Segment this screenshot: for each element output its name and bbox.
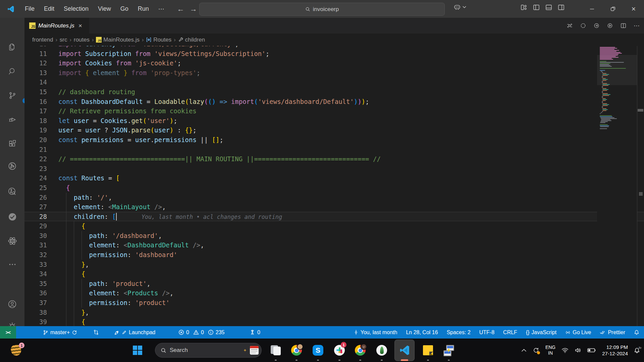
code-line-15[interactable]: 15// dashboard routing xyxy=(24,87,644,97)
language-mode-button[interactable]: {}JavaScript xyxy=(526,329,556,336)
menu-file[interactable]: File xyxy=(21,4,39,14)
notifications-bell-button[interactable] xyxy=(634,329,639,335)
tray-chevron-up-icon[interactable] xyxy=(521,349,527,352)
code-line-26[interactable]: 26 path: '/', xyxy=(24,193,644,202)
gitlens-branch-button[interactable] xyxy=(93,326,99,339)
tray-wifi-icon[interactable] xyxy=(561,348,569,353)
problems-button[interactable]: 0 0 235 xyxy=(178,326,225,339)
cursor-position-button[interactable]: Ln 28, Col 16 xyxy=(406,329,438,336)
taskbar-window-stack-app[interactable] xyxy=(267,339,284,362)
remote-indicator-button[interactable]: >< xyxy=(0,326,16,339)
additional-views-icon[interactable] xyxy=(0,256,24,273)
code-line-33[interactable]: 33 }, xyxy=(24,260,644,269)
tab-close-icon[interactable]: × xyxy=(78,22,82,29)
tab-mainroutes[interactable]: JS MainRoutes.js × xyxy=(24,18,90,34)
nav-forward-icon[interactable]: → xyxy=(190,5,197,13)
code-line-10[interactable]: 10import Currency from 'views/Settings/C… xyxy=(24,46,644,49)
taskbar-chrome-profile2-icon[interactable]: V xyxy=(352,339,369,362)
run-code-icon[interactable] xyxy=(607,22,613,29)
code-line-21[interactable]: 21 xyxy=(24,145,644,155)
ports-button[interactable]: 0 xyxy=(250,326,260,339)
copilot-button[interactable] xyxy=(453,4,466,10)
go-live-button[interactable]: Go Live xyxy=(565,329,591,336)
restore-button[interactable] xyxy=(602,0,623,18)
taskbar-vscode-active[interactable] xyxy=(394,339,415,362)
more-actions-icon[interactable]: ⋯ xyxy=(634,22,640,29)
code-line-32[interactable]: 32 permission: 'dashboard' xyxy=(24,250,644,260)
extensions-icon[interactable] xyxy=(0,136,24,152)
gitlens-inspect-icon[interactable] xyxy=(0,183,24,199)
code-line-18[interactable]: 18let user = Cookies.get('user'); xyxy=(24,116,644,126)
toggle-secondary-sidebar-icon[interactable] xyxy=(558,4,565,11)
customize-layout-icon[interactable] xyxy=(521,4,527,11)
minimize-button[interactable] xyxy=(582,0,602,18)
code-line-39[interactable]: 39 { xyxy=(24,317,644,326)
breadcrumb-symbol-children[interactable]: children xyxy=(178,37,205,43)
blame-status-button[interactable]: You, last month xyxy=(354,329,397,336)
code-line-31[interactable]: 31 element: <DashboardDefault />, xyxy=(24,240,644,250)
menu-view[interactable]: View xyxy=(94,4,115,14)
code-line-16[interactable]: 16const DashboardDefault = Loadable(lazy… xyxy=(24,97,644,107)
breadcrumb-routes-folder[interactable]: routes xyxy=(74,37,90,43)
code-line-36[interactable]: 36 element: <Products />, xyxy=(24,288,644,298)
toggle-blame-icon[interactable] xyxy=(580,22,586,29)
breadcrumb-symbol-routes[interactable]: Routes xyxy=(146,37,171,43)
minimap[interactable] xyxy=(597,46,637,326)
code-line-22[interactable]: 22// ==============================|| MA… xyxy=(24,154,644,164)
launchpad-button[interactable]: Launchpad xyxy=(114,326,155,339)
taskbar-chrome-icon[interactable] xyxy=(288,339,305,362)
toggle-sidebar-icon[interactable] xyxy=(533,4,540,11)
code-line-27[interactable]: 27 element: <MainLayout />, xyxy=(24,202,644,212)
command-center[interactable]: invoiceerp xyxy=(199,3,445,16)
gitlens-icon[interactable] xyxy=(0,158,24,174)
code-editor[interactable]: 10import Currency from 'views/Settings/C… xyxy=(24,46,644,326)
tray-sync-icon[interactable] xyxy=(533,347,539,354)
close-button[interactable]: × xyxy=(623,0,644,18)
code-line-14[interactable]: 14 xyxy=(24,77,644,87)
code-line-13[interactable]: 13import { element } from 'prop-types'; xyxy=(24,68,644,78)
toggle-panel-icon[interactable] xyxy=(545,4,552,11)
nav-back-icon[interactable]: ← xyxy=(177,5,184,13)
code-line-38[interactable]: 38 }, xyxy=(24,308,644,317)
code-line-35[interactable]: 35 path: 'product', xyxy=(24,279,644,289)
menu-selection[interactable]: Selection xyxy=(60,4,93,14)
encoding-button[interactable]: UTF-8 xyxy=(479,329,494,336)
tray-battery-icon[interactable] xyxy=(587,348,596,353)
code-line-30[interactable]: 30 path: '/dashboard', xyxy=(24,231,644,241)
code-line-19[interactable]: 19user = user ? JSON.parse(user) : {}; xyxy=(24,125,644,135)
open-changes-icon[interactable] xyxy=(593,22,600,29)
taskbar-slack-icon[interactable]: 1 xyxy=(331,339,348,362)
code-line-17[interactable]: 17// Retrieve permissions from cookies xyxy=(24,106,644,116)
tray-volume-icon[interactable] xyxy=(575,347,581,353)
taskbar-sticky-notes-icon[interactable] xyxy=(419,339,437,362)
code-line-25[interactable]: 25 { xyxy=(24,183,644,193)
search-view-icon[interactable] xyxy=(0,63,24,79)
menu-go[interactable]: Go xyxy=(116,4,132,14)
code-line-29[interactable]: 29 { xyxy=(24,221,644,231)
split-editor-icon[interactable] xyxy=(620,22,627,29)
explorer-icon[interactable] xyxy=(0,39,24,55)
tray-clock[interactable]: 12:09 PM 27-12-2024 xyxy=(602,344,628,357)
code-line-11[interactable]: 11import Subscription from 'views/Settin… xyxy=(24,49,644,59)
run-debug-icon[interactable] xyxy=(0,112,24,128)
code-line-37[interactable]: 37 permission: 'product' xyxy=(24,298,644,308)
code-line-12[interactable]: 12import Cookies from 'js-cookie'; xyxy=(24,58,644,68)
code-line-34[interactable]: 34 { xyxy=(24,269,644,279)
taskbar-skype-icon[interactable]: S xyxy=(309,339,327,362)
taskbar-search-box[interactable]: Search xyxy=(155,343,262,358)
indentation-button[interactable]: Spaces: 2 xyxy=(447,329,471,336)
menu-edit[interactable]: Edit xyxy=(40,4,58,14)
eol-button[interactable]: CRLF xyxy=(503,329,517,336)
taskbar-corner-app[interactable]: 1 xyxy=(7,339,25,362)
code-line-23[interactable]: 23 xyxy=(24,164,644,174)
code-line-20[interactable]: 20const permissions = user.permissions |… xyxy=(24,135,644,145)
react-devtools-icon[interactable] xyxy=(0,233,24,249)
breadcrumb-src[interactable]: src xyxy=(60,37,67,43)
branch-button[interactable]: master+ xyxy=(43,326,77,339)
testing-icon[interactable] xyxy=(0,209,24,225)
taskbar-winscp-icon[interactable] xyxy=(440,339,458,362)
code-line-24[interactable]: 24const Routes = [ xyxy=(24,173,644,183)
breadcrumb-file[interactable]: JS MainRoutes.js xyxy=(96,37,140,43)
menu-more[interactable]: ⋯ xyxy=(154,4,168,14)
prettier-button[interactable]: Prettier xyxy=(600,329,625,336)
